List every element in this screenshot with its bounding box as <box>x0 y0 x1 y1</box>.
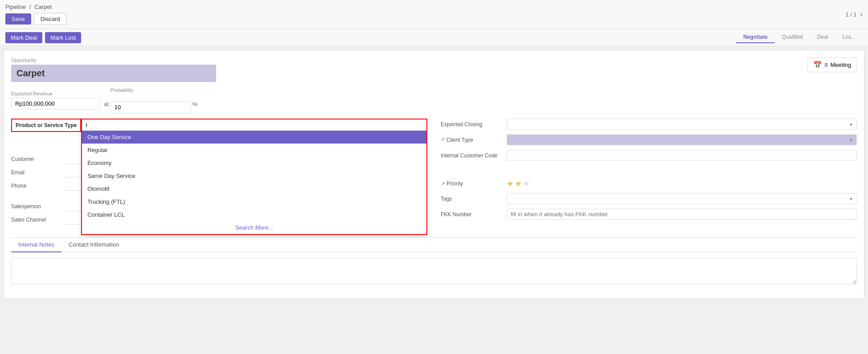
opportunity-section: Opportunity <box>11 58 216 82</box>
tabs-section: Internal Notes Contact Information <box>11 237 857 291</box>
dropdown-item-trucking[interactable]: Trucking (FTL) <box>82 195 426 208</box>
revenue-input[interactable] <box>11 98 100 110</box>
customer-label: Customer <box>11 156 65 162</box>
chevron-left-icon[interactable]: ‹ <box>860 10 863 18</box>
probability-label: Probability <box>111 87 191 93</box>
internal-customer-code-label: Internal Customer Code <box>441 152 503 159</box>
mark-deal-button[interactable]: Mark Deal <box>5 32 42 43</box>
meeting-label: Meeting <box>831 62 851 68</box>
right-column: Expected Closing ↗ Client Type <box>441 119 857 228</box>
star-3[interactable]: ★ <box>523 179 530 189</box>
breadcrumb: Pipeline / Carpet <box>5 4 67 10</box>
tab-contact-information[interactable]: Contact Information <box>61 238 126 252</box>
dropdown-item-economy[interactable]: Economy <box>82 156 426 169</box>
sales-channel-label: Sales Channel <box>11 217 65 223</box>
stage-deal[interactable]: Deal <box>810 32 835 43</box>
tab-internal-notes[interactable]: Internal Notes <box>11 238 61 252</box>
dropdown-item-otomotif[interactable]: Otomotif <box>82 182 426 195</box>
probability-input[interactable] <box>111 101 191 113</box>
save-button[interactable]: Save <box>5 13 31 25</box>
fkk-number-row: FKK Number <box>441 209 857 220</box>
at-label: at <box>104 101 109 107</box>
tags-select[interactable] <box>507 193 857 204</box>
star-2[interactable]: ★ <box>515 179 522 189</box>
dropdown-item-same-day[interactable]: Same Day Service <box>82 169 426 182</box>
stage-bar: Negotiate Qualified Deal Los... <box>736 32 863 43</box>
internal-customer-code-input[interactable] <box>507 150 857 161</box>
opportunity-label: Opportunity <box>11 58 216 63</box>
product-service-dropdown-container: One Day Service Regular Economy Same Day… <box>81 119 427 132</box>
breadcrumb-pipeline[interactable]: Pipeline <box>5 4 26 10</box>
star-1[interactable]: ★ <box>507 179 514 189</box>
stage-qualified[interactable]: Qualified <box>775 32 810 43</box>
dropdown-item-container[interactable]: Container LCL <box>82 208 426 221</box>
expected-closing-row: Expected Closing <box>441 119 857 130</box>
fkk-number-input[interactable] <box>507 209 857 220</box>
dropdown-item-one-day[interactable]: One Day Service <box>82 131 426 144</box>
priority-stars: ★ ★ ★ <box>507 179 530 189</box>
top-bar: Pipeline / Carpet Save Discard 1 / 1 ‹ <box>0 0 868 29</box>
internal-customer-code-row: Internal Customer Code <box>441 150 857 161</box>
opportunity-title-input[interactable] <box>11 65 216 82</box>
email-label: Email <box>11 169 65 176</box>
top-left: Pipeline / Carpet Save Discard <box>5 4 67 25</box>
tags-label: Tags <box>441 196 503 202</box>
priority-label: ↗ Priority <box>441 181 503 187</box>
action-bar: Mark Deal Mark Lost Negotiate Qualified … <box>0 29 868 46</box>
calendar-icon: 📅 <box>813 61 822 69</box>
product-service-label: Product or Service Type <box>11 119 81 132</box>
breadcrumb-carpet: Carpet <box>34 4 52 10</box>
top-buttons: Save Discard <box>5 13 67 25</box>
stage-negotiate[interactable]: Negotiate <box>736 32 775 43</box>
pagination-section: 1 / 1 ‹ <box>845 10 863 18</box>
pagination-text: 1 / 1 <box>845 11 856 18</box>
client-type-select[interactable] <box>507 134 857 145</box>
percent-label: % <box>192 101 198 107</box>
product-service-row: Product or Service Type One Day Service … <box>11 119 427 132</box>
client-type-row: ↗ Client Type <box>441 134 857 145</box>
tabs-header: Internal Notes Contact Information <box>11 238 857 252</box>
dropdown-item-regular[interactable]: Regular <box>82 144 426 156</box>
action-buttons: Mark Deal Mark Lost <box>5 32 81 43</box>
tab-content-internal-notes <box>11 252 857 291</box>
left-column: Product or Service Type One Day Service … <box>11 119 427 228</box>
expected-closing-label: Expected Closing <box>441 121 503 128</box>
dropdown-search-more[interactable]: Search More... <box>82 221 426 234</box>
product-service-input[interactable] <box>82 119 426 131</box>
expected-closing-input[interactable] <box>507 119 857 130</box>
product-service-dropdown-menu: One Day Service Regular Economy Same Day… <box>81 131 427 235</box>
notes-textarea[interactable] <box>11 258 857 284</box>
mark-lost-button[interactable]: Mark Lost <box>45 32 81 43</box>
salesperson-label: Salesperson <box>11 203 65 210</box>
fkk-number-label: FKK Number <box>441 211 503 218</box>
main-content: Opportunity 📅 0 Meeting Expected Revenue… <box>4 50 864 299</box>
meeting-count: 0 <box>825 62 828 68</box>
discard-button[interactable]: Discard <box>34 13 67 25</box>
external-link-icon: ↗ <box>441 137 445 143</box>
priority-row: ↗ Priority ★ ★ ★ <box>441 179 857 189</box>
phone-label: Phone <box>11 183 65 189</box>
external-link-icon-priority: ↗ <box>441 181 445 187</box>
breadcrumb-sep: / <box>29 4 31 10</box>
tags-row: Tags <box>441 193 857 204</box>
meeting-button[interactable]: 📅 0 Meeting <box>807 58 857 72</box>
revenue-label: Expected Revenue <box>11 91 100 96</box>
stage-lost[interactable]: Los... <box>835 32 863 43</box>
client-type-label: ↗ Client Type <box>441 137 503 143</box>
